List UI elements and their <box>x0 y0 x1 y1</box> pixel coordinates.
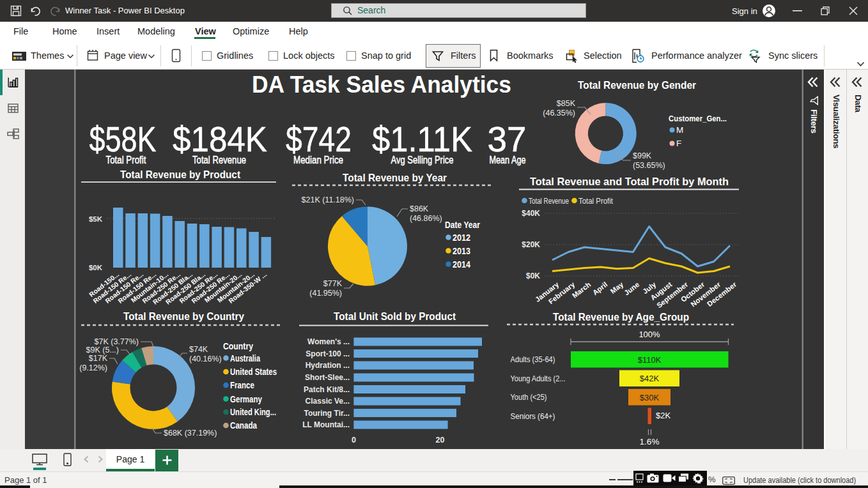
svg-text:$77K: $77K <box>323 279 343 288</box>
svg-text:DA Task Sales Analytics: DA Task Sales Analytics <box>252 72 511 98</box>
svg-text:$2K: $2K <box>656 411 670 420</box>
svg-text:$85K: $85K <box>557 99 576 108</box>
svg-text:April: April <box>591 280 609 296</box>
svg-text:United King...: United King... <box>230 407 276 417</box>
svg-text:Adults (35-64): Adults (35-64) <box>511 355 555 364</box>
svg-text:F: F <box>676 139 681 148</box>
svg-text:Classic Ve...: Classic Ve... <box>306 397 350 406</box>
svg-text:0: 0 <box>352 436 356 445</box>
svg-text:Total Revenue: Total Revenue <box>192 155 246 165</box>
svg-text:M: M <box>676 125 683 135</box>
svg-text:Total Revenue by Country: Total Revenue by Country <box>123 310 244 323</box>
svg-text:Total Revenue and Total Profit: Total Revenue and Total Profit by Month <box>530 176 729 188</box>
svg-text:$0K: $0K <box>89 264 103 271</box>
svg-text:(46.35%): (46.35%) <box>543 109 575 118</box>
svg-text:Mean Age: Mean Age <box>490 155 526 165</box>
svg-text:100%: 100% <box>639 330 660 339</box>
svg-text:Total Revenue by Gender: Total Revenue by Gender <box>578 79 696 91</box>
svg-text:(9.12%): (9.12%) <box>79 363 107 372</box>
svg-text:$742: $742 <box>286 119 352 159</box>
svg-text:20: 20 <box>436 436 445 445</box>
svg-text:Hydration ...: Hydration ... <box>306 361 350 370</box>
svg-text:LL Mountai...: LL Mountai... <box>302 420 350 429</box>
svg-text:Sport-100 ...: Sport-100 ... <box>306 349 350 358</box>
svg-text:$184K: $184K <box>173 119 267 159</box>
svg-text:Total Profit: Total Profit <box>578 197 613 206</box>
svg-text:$86K: $86K <box>410 204 429 213</box>
svg-text:Total Revenue by Age_Group: Total Revenue by Age_Group <box>553 311 689 323</box>
svg-text:(53.65%): (53.65%) <box>633 161 665 170</box>
svg-text:Patch Kit/8...: Patch Kit/8... <box>304 385 350 394</box>
svg-text:$1.11K: $1.11K <box>372 119 472 159</box>
svg-text:$20K: $20K <box>522 240 540 249</box>
svg-text:Youth (<25): Youth (<25) <box>511 392 547 402</box>
svg-text:$0K: $0K <box>526 271 540 280</box>
svg-text:(40.16%): (40.16%) <box>189 355 222 363</box>
svg-text:$17K: $17K <box>89 354 108 363</box>
svg-text:$40K: $40K <box>522 209 540 218</box>
svg-text:Total Revenue: Total Revenue <box>529 197 569 206</box>
svg-text:1.6%: 1.6% <box>640 437 660 446</box>
svg-text:$9K (5...): $9K (5...) <box>86 346 119 355</box>
svg-text:Total Profit: Total Profit <box>106 155 146 165</box>
svg-text:$5K: $5K <box>89 215 103 223</box>
svg-text:Customer_Gen...: Customer_Gen... <box>669 114 727 123</box>
svg-text:Total Revenue by Product: Total Revenue by Product <box>120 169 240 181</box>
svg-text:Canada: Canada <box>230 420 257 431</box>
svg-text:Median Price: Median Price <box>293 155 343 165</box>
svg-text:Total Unit Sold by Product: Total Unit Sold by Product <box>334 310 456 323</box>
svg-text:$99K: $99K <box>633 151 652 160</box>
svg-text:$7K (3.77%): $7K (3.77%) <box>95 337 139 346</box>
svg-text:2013: 2013 <box>453 246 470 256</box>
svg-text:$42K: $42K <box>640 374 660 383</box>
svg-text:$30K: $30K <box>640 393 660 402</box>
svg-text:Young Adults (2...: Young Adults (2... <box>511 374 566 383</box>
svg-text:United States: United States <box>230 367 277 377</box>
svg-text:Total Revenue by Year: Total Revenue by Year <box>343 172 447 184</box>
svg-text:France: France <box>230 380 254 390</box>
svg-text:(46.86%): (46.86%) <box>410 214 442 223</box>
svg-text:Australia: Australia <box>230 353 260 363</box>
svg-text:2012: 2012 <box>453 233 470 243</box>
svg-text:May: May <box>609 280 625 295</box>
svg-text:37: 37 <box>487 119 526 159</box>
svg-text:Date Year: Date Year <box>445 220 480 230</box>
svg-text:Short-Slee...: Short-Slee... <box>305 373 350 382</box>
svg-text:$74K: $74K <box>189 345 208 354</box>
svg-text:$68K (37.19%): $68K (37.19%) <box>164 429 217 438</box>
svg-text:June: June <box>623 280 640 297</box>
svg-text:$58K: $58K <box>89 119 157 159</box>
svg-text:2014: 2014 <box>453 259 470 270</box>
svg-text:March: March <box>571 280 593 300</box>
svg-text:(41.95%): (41.95%) <box>309 289 342 298</box>
svg-text:Touring Tir...: Touring Tir... <box>304 409 350 418</box>
svg-text:$110K: $110K <box>638 355 662 365</box>
svg-text:Country: Country <box>223 341 253 351</box>
svg-text:Germany: Germany <box>230 394 262 404</box>
svg-text:Avg Selling Price: Avg Selling Price <box>391 155 454 165</box>
svg-text:Women's ...: Women's ... <box>307 337 350 346</box>
svg-text:Seniors (64+): Seniors (64+) <box>511 411 555 421</box>
svg-text:$21K (11.18%): $21K (11.18%) <box>302 195 354 204</box>
